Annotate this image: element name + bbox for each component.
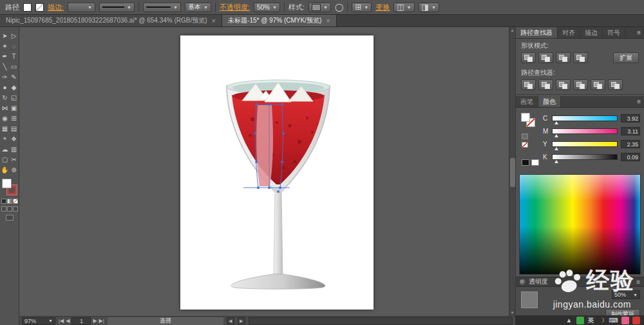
taskbar-icon-pink-app[interactable] <box>621 317 629 324</box>
pen-tool[interactable]: ✒ <box>1 51 10 61</box>
unite-button[interactable] <box>521 52 536 63</box>
last-artboard-icon[interactable]: ▶| <box>99 318 104 324</box>
draw-behind-button[interactable] <box>7 206 12 212</box>
color-fill-stroke-indicator[interactable] <box>520 112 543 171</box>
slider-thumb[interactable] <box>554 158 558 163</box>
transform-panel-link[interactable]: 变换 <box>375 3 390 12</box>
fill-color-swatch[interactable] <box>23 3 32 12</box>
outline-button[interactable] <box>591 79 605 90</box>
brush-definition-dropdown[interactable]: 基本▼ <box>185 3 211 12</box>
slider-track[interactable] <box>552 154 618 160</box>
panel-menu-icon[interactable]: ≡ <box>634 96 644 107</box>
expand-button[interactable]: 扩展 <box>613 52 639 63</box>
black-swatch[interactable] <box>522 159 529 166</box>
draw-normal-button[interactable] <box>1 206 6 212</box>
minus-back-button[interactable] <box>608 79 623 90</box>
transparency-opacity-dropdown[interactable]: 50% ▼ <box>612 290 640 299</box>
width-profile-dropdown[interactable]: ▼ <box>99 3 135 12</box>
paintbrush-tool[interactable]: ✑ <box>1 72 10 82</box>
taskbar-icon-red-app[interactable] <box>632 317 640 324</box>
white-swatch[interactable] <box>531 159 539 166</box>
magic-wand-tool[interactable]: ✶ <box>1 41 10 51</box>
lasso-tool[interactable]: ◌ <box>10 41 19 51</box>
screen-mode-button[interactable] <box>6 215 14 221</box>
artboard[interactable] <box>180 35 374 310</box>
scroll-up-icon[interactable]: ▲ <box>511 27 515 34</box>
tab-close-icon[interactable]: × <box>326 17 330 25</box>
zoom-tool[interactable]: ⊕ <box>10 164 19 175</box>
slider-value-field[interactable]: 2.35 <box>621 140 640 148</box>
crop-button[interactable] <box>573 79 588 90</box>
object-thumbnail[interactable] <box>521 291 538 308</box>
stroke-weight-dropdown[interactable]: ▼ <box>68 3 95 12</box>
none-swatch[interactable] <box>522 142 528 148</box>
panel-tab[interactable]: 符号 <box>603 27 625 38</box>
scroll-down-icon[interactable]: ▼ <box>511 310 515 316</box>
none-button[interactable] <box>13 199 18 204</box>
rectangle-tool[interactable]: ▭ <box>10 61 19 72</box>
first-artboard-icon[interactable]: |◀ <box>59 318 64 324</box>
direct-selection-tool[interactable]: ▷ <box>10 30 19 41</box>
opacity-dropdown[interactable]: 50%▼ <box>254 3 280 12</box>
stroke-panel-link[interactable]: 描边: <box>48 3 64 12</box>
divide-button[interactable] <box>521 79 536 90</box>
merge-button[interactable] <box>556 79 571 90</box>
artboard-tool[interactable]: ▢ <box>1 154 10 164</box>
draw-inside-button[interactable] <box>13 206 18 212</box>
color-button[interactable] <box>1 199 6 204</box>
vertical-scrollbar[interactable]: ▲ ▼ <box>509 27 515 316</box>
taskbar-icon-input-method[interactable]: 英 <box>587 317 595 324</box>
taskbar-icon-moon[interactable]: ☽ <box>598 317 606 324</box>
panel-tab[interactable]: 画笔 <box>516 96 538 107</box>
prev-artboard-icon[interactable]: ◀ <box>66 318 70 324</box>
pencil-tool[interactable]: ✎ <box>10 72 19 82</box>
arrange-dropdown[interactable]: ◫▼ <box>393 3 414 12</box>
slider-value-field[interactable]: 3.92 <box>621 114 640 123</box>
slider-track[interactable] <box>552 141 618 147</box>
slider-value-field[interactable]: 3.11 <box>621 127 640 135</box>
recolor-artwork-icon[interactable]: ◯ <box>335 3 343 11</box>
hex-swatch[interactable] <box>522 133 528 139</box>
slider-thumb[interactable] <box>554 132 558 137</box>
shape-builder-tool[interactable]: ◉ <box>1 113 10 123</box>
transparency-panel-header[interactable]: 透明度 ≡ <box>516 277 644 287</box>
brush-preview-dropdown[interactable]: ▼ <box>143 3 181 12</box>
hand-tool[interactable]: ✋ <box>1 164 10 175</box>
scroll-right-icon[interactable]: ▶ <box>238 317 245 325</box>
type-tool[interactable]: T <box>10 51 19 61</box>
vertical-scrollbar-thumb[interactable] <box>510 158 515 187</box>
gradient-button[interactable] <box>7 199 12 204</box>
free-transform-tool[interactable]: ▣ <box>10 103 19 113</box>
fill-swatch[interactable] <box>2 179 12 188</box>
trim-button[interactable] <box>538 79 553 90</box>
isolate-dropdown[interactable]: ◨▼ <box>419 3 439 12</box>
tab-close-icon[interactable]: × <box>212 17 216 25</box>
exclude-button[interactable] <box>573 52 588 63</box>
gradient-tool[interactable]: ▤ <box>10 123 19 133</box>
document-tab[interactable]: 未标题-15* @ 97% (CMYK/预览)× <box>222 15 337 26</box>
eyedropper-tool[interactable]: ⌖ <box>1 133 10 144</box>
panel-tab[interactable]: 描边 <box>580 27 603 38</box>
opacity-panel-link[interactable]: 不透明度: <box>220 3 250 12</box>
selection-tool[interactable]: ➤ <box>1 30 10 41</box>
blob-brush-tool[interactable]: ● <box>1 82 10 92</box>
column-graph-tool[interactable]: ▥ <box>10 144 19 154</box>
intersect-button[interactable] <box>556 52 571 63</box>
fill-stroke-indicator[interactable] <box>2 179 17 196</box>
scale-tool[interactable]: ◱ <box>10 92 19 103</box>
line-segment-tool[interactable]: ╲ <box>1 61 10 72</box>
horizontal-scrollbar[interactable] <box>249 317 513 325</box>
taskbar-icon-green-app[interactable] <box>576 317 584 324</box>
slider-thumb[interactable] <box>554 119 558 124</box>
canvas-area[interactable] <box>19 27 515 316</box>
width-tool[interactable]: ⋈ <box>1 103 10 113</box>
stroke-color-swatch[interactable] <box>35 3 44 12</box>
zoom-dropdown[interactable]: 97% ▼ <box>22 317 55 325</box>
taskbar-icon-keyboard[interactable]: ⌨ <box>609 317 618 324</box>
slice-tool[interactable]: ✂ <box>10 154 19 164</box>
rotate-tool[interactable]: ↻ <box>1 92 10 103</box>
blend-tool[interactable]: ❖ <box>10 133 19 144</box>
next-artboard-icon[interactable]: ▶ <box>93 318 97 324</box>
color-spectrum[interactable] <box>519 174 641 275</box>
panel-tab[interactable]: 颜色 <box>538 96 561 107</box>
